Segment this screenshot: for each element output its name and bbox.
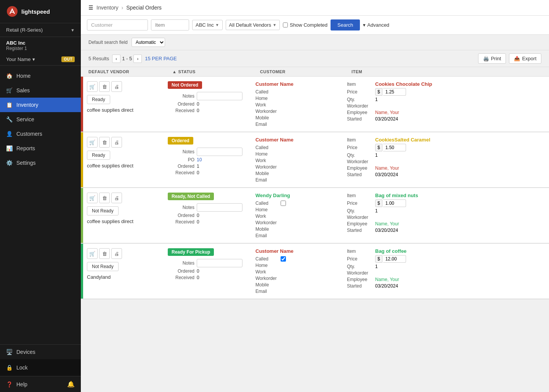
status-badge: Ready, Not Called bbox=[168, 193, 214, 200]
cart-icon-button[interactable]: 🛒 bbox=[87, 81, 98, 92]
vendor-select[interactable]: ABC Inc ▼ bbox=[192, 20, 223, 30]
item-search-input[interactable] bbox=[151, 19, 189, 31]
sidebar-item-label: Settings bbox=[16, 160, 36, 166]
notes-input[interactable] bbox=[197, 203, 242, 212]
started-label: Started bbox=[347, 116, 374, 122]
called-label: Called bbox=[255, 201, 278, 206]
export-button[interactable]: 📤 Export bbox=[509, 53, 541, 64]
sidebar-item-settings[interactable]: ⚙️ Settings bbox=[0, 156, 81, 170]
sidebar-item-service[interactable]: 🔧 Service bbox=[0, 112, 81, 127]
store-selector-arrow: ▼ bbox=[71, 28, 75, 32]
user-row: Your Name ▾ OUT bbox=[0, 53, 81, 66]
cart-icon-button[interactable]: 🛒 bbox=[87, 248, 98, 259]
cart-icon-button[interactable]: 🛒 bbox=[87, 137, 98, 148]
item-name: Bag of coffee bbox=[375, 248, 546, 254]
print-icon-button[interactable]: 🖨 bbox=[111, 137, 122, 148]
sidebar-item-inventory[interactable]: 📋 Inventory bbox=[0, 98, 81, 112]
search-bar: ABC Inc ▼ All Default Vendors ▼ Show Com… bbox=[81, 16, 549, 35]
cart-icon-button[interactable]: 🛒 bbox=[87, 193, 98, 203]
store-info: ABC Inc Register 1 bbox=[0, 37, 81, 53]
mobile-value bbox=[281, 171, 341, 176]
next-page-button[interactable]: › bbox=[133, 55, 142, 63]
sidebar-item-customers[interactable]: 👤 Customers bbox=[0, 127, 81, 141]
qty-value: 1 bbox=[375, 97, 546, 102]
work-label: Work bbox=[255, 102, 278, 108]
print-icon-button[interactable]: 🖨 bbox=[111, 248, 122, 259]
trash-icon-button[interactable]: 🗑 bbox=[99, 137, 110, 148]
workorder-item-label: Workorder bbox=[347, 103, 374, 109]
row-status: Not Ordered Notes Ordered 0 Received 0 bbox=[165, 77, 252, 132]
notes-input[interactable] bbox=[197, 92, 242, 100]
called-checkbox[interactable] bbox=[281, 201, 286, 206]
customer-name: Wendy Darling bbox=[255, 193, 341, 198]
notes-input[interactable] bbox=[197, 259, 242, 267]
trash-icon-button[interactable]: 🗑 bbox=[99, 81, 110, 92]
called-checkbox[interactable] bbox=[281, 256, 286, 262]
print-icon-button[interactable]: 🖨 bbox=[111, 193, 122, 203]
started-value: 03/20/2024 bbox=[375, 283, 546, 289]
help-button[interactable]: ❓ Help bbox=[6, 381, 27, 387]
sidebar-item-sales[interactable]: 🛒 Sales bbox=[0, 83, 81, 98]
sidebar-item-home[interactable]: 🏠 Home bbox=[0, 69, 81, 83]
logo-area: lightspeed bbox=[0, 0, 81, 23]
employee-value: Name, Your bbox=[375, 110, 546, 115]
store-selector[interactable]: Retail (R-Series) ▼ bbox=[0, 23, 81, 37]
mobile-value bbox=[281, 115, 341, 120]
show-completed-checkbox[interactable] bbox=[283, 22, 288, 27]
customers-icon: 👤 bbox=[6, 131, 13, 137]
home-label: Home bbox=[255, 263, 278, 268]
advanced-button[interactable]: ▾ Advanced bbox=[363, 22, 389, 28]
lock-button[interactable]: 🔒 Lock bbox=[0, 359, 81, 376]
search-options: Default search field Automatic bbox=[81, 35, 549, 50]
print-button[interactable]: 🖨️ Print bbox=[478, 53, 506, 64]
sales-icon: 🛒 bbox=[6, 87, 13, 93]
price-field: $ 1.25 bbox=[375, 88, 546, 96]
employee-label: Employee bbox=[347, 110, 374, 115]
workorder-label: Workorder bbox=[255, 220, 278, 225]
page-nav: ‹ 1 - 5 › bbox=[112, 55, 142, 63]
print-icon-button[interactable]: 🖨 bbox=[111, 81, 122, 92]
mobile-label: Mobile bbox=[255, 227, 278, 232]
status-fields: Notes PO 10 Ordered 1 Received 0 bbox=[168, 148, 249, 175]
notes-label: Notes bbox=[168, 149, 194, 154]
not-ready-button[interactable]: Not Ready bbox=[87, 206, 119, 215]
notification-bell-icon[interactable]: 🔔 bbox=[67, 381, 75, 388]
email-label: Email bbox=[255, 177, 278, 183]
trash-icon-button[interactable]: 🗑 bbox=[99, 248, 110, 259]
home-label: Home bbox=[255, 96, 278, 101]
default-search-field-select[interactable]: Automatic bbox=[132, 38, 165, 47]
ready-button[interactable]: Ready bbox=[87, 151, 110, 160]
row-status: Ready For Pickup Notes Ordered 0 Receive… bbox=[165, 244, 252, 299]
work-value bbox=[281, 269, 341, 275]
mobile-label: Mobile bbox=[255, 282, 278, 288]
sidebar-item-reports[interactable]: 📊 Reports bbox=[0, 141, 81, 156]
item-label: Item bbox=[347, 82, 374, 87]
all-vendors-select[interactable]: All Default Vendors ▼ bbox=[226, 20, 280, 30]
customer-fields: Called Home Work Workorder Mobile Email bbox=[255, 145, 341, 183]
item-column-header: ITEM bbox=[352, 69, 541, 74]
email-value bbox=[281, 233, 341, 238]
user-name[interactable]: Your Name ▾ bbox=[6, 56, 35, 62]
trash-icon-button[interactable]: 🗑 bbox=[99, 193, 110, 203]
per-page-selector[interactable]: 15 PER PAGE bbox=[145, 56, 177, 61]
row-actions: 🛒 🗑 🖨 Not Ready coffee supplies direct bbox=[83, 188, 165, 243]
status-column-header[interactable]: ▲ STATUS bbox=[172, 69, 260, 74]
row-status: Ordered Notes PO 10 Ordered 1 Received 0 bbox=[165, 132, 252, 187]
prev-page-button[interactable]: ‹ bbox=[112, 55, 120, 63]
row-customer: Customer Name Called Home Work Workorder… bbox=[252, 132, 344, 187]
breadcrumb-current: Special Orders bbox=[126, 5, 162, 11]
sidebar-item-devices[interactable]: 🖥️ Devices bbox=[0, 345, 81, 359]
not-ready-button[interactable]: Not Ready bbox=[87, 262, 119, 271]
notes-input[interactable] bbox=[197, 148, 242, 156]
row-customer: Customer Name Called Home Work Workorder… bbox=[252, 244, 344, 299]
breadcrumb-parent[interactable]: Inventory bbox=[96, 5, 119, 11]
row-actions: 🛒 🗑 🖨 Not Ready Candyland bbox=[83, 244, 165, 299]
qty-label: Qty. bbox=[347, 153, 374, 158]
work-value bbox=[281, 214, 341, 219]
ready-button[interactable]: Ready bbox=[87, 95, 110, 104]
help-label: Help bbox=[16, 381, 27, 387]
customer-search-input[interactable] bbox=[87, 19, 148, 31]
sort-up-icon: ▲ bbox=[172, 69, 177, 74]
po-link[interactable]: 10 bbox=[197, 157, 249, 162]
search-button[interactable]: Search bbox=[331, 19, 360, 31]
